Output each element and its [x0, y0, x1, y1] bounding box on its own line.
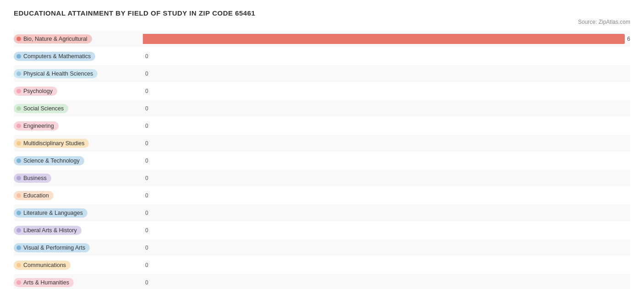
bar-track: 0 [143, 225, 630, 235]
bar-value-label: 0 [145, 88, 148, 94]
bar-value-label: 0 [145, 192, 148, 199]
bar-value-label: 0 [145, 123, 148, 129]
chart-title: EDUCATIONAL ATTAINMENT BY FIELD OF STUDY… [14, 9, 630, 17]
bar-value-label: 0 [145, 227, 148, 234]
bar-value-label: 0 [145, 262, 148, 268]
bar-track: 0 [143, 208, 630, 218]
source-credit: Source: ZipAtlas.com [14, 19, 630, 25]
bar-row: Engineering0 [14, 118, 630, 134]
bar-row: Physical & Health Sciences0 [14, 65, 630, 82]
bar-label-text: Social Sciences [23, 105, 64, 112]
bar-label-text: Communications [23, 262, 66, 268]
bar-value-label: 0 [145, 210, 148, 216]
bar-label-text: Psychology [23, 88, 53, 94]
bars-container: Bio, Nature & Agricultural6Computers & M… [14, 31, 630, 289]
bar-row: Arts & Humanities0 [14, 274, 630, 289]
bar-value-label: 0 [145, 279, 148, 286]
bar-label: Science & Technology [14, 156, 142, 165]
bar-label-text: Arts & Humanities [23, 279, 69, 286]
bar-label-text: Bio, Nature & Agricultural [23, 36, 87, 42]
bar-track: 6 [143, 34, 630, 44]
bar-track: 0 [143, 121, 630, 131]
bar-row: Social Sciences0 [14, 100, 630, 117]
bar-label: Literature & Languages [14, 208, 142, 218]
bar-track: 0 [143, 138, 630, 148]
bar-label-text: Multidisciplinary Studies [23, 140, 84, 147]
bar-value-label: 0 [145, 158, 148, 164]
bar-label-text: Science & Technology [23, 158, 80, 164]
bar-label: Social Sciences [14, 104, 142, 113]
bar-dot [16, 263, 21, 267]
bar-dot [16, 106, 21, 111]
bar-row: Business0 [14, 170, 630, 186]
bar-label: Multidisciplinary Studies [14, 139, 142, 148]
bar-label: Computers & Mathematics [14, 52, 142, 61]
bar-dot [16, 280, 21, 285]
bar-row: Multidisciplinary Studies0 [14, 135, 630, 152]
bar-row: Science & Technology0 [14, 153, 630, 169]
bar-dot [16, 158, 21, 163]
bar-dot [16, 193, 21, 198]
bar-label-text: Computers & Mathematics [23, 53, 91, 60]
bar-label: Education [14, 191, 142, 200]
bar-row: Communications0 [14, 257, 630, 273]
bar-dot [16, 89, 21, 93]
bar-label-text: Liberal Arts & History [23, 227, 77, 234]
bar-track: 0 [143, 86, 630, 96]
bar-fill [143, 34, 625, 44]
bar-row: Psychology0 [14, 83, 630, 99]
bar-row: Education0 [14, 187, 630, 204]
bar-track: 0 [143, 156, 630, 166]
bar-label: Communications [14, 261, 142, 270]
bar-track: 0 [143, 260, 630, 270]
bar-label-text: Engineering [23, 123, 54, 129]
chart-area: Bio, Nature & Agricultural6Computers & M… [14, 31, 630, 289]
bar-dot [16, 124, 21, 128]
bar-row: Computers & Mathematics0 [14, 48, 630, 65]
bar-label: Psychology [14, 87, 142, 96]
bar-value-label: 0 [145, 245, 148, 251]
bar-label-text: Literature & Languages [23, 210, 83, 216]
bar-track: 0 [143, 51, 630, 61]
bar-dot [16, 211, 21, 215]
bar-value-label: 0 [145, 175, 148, 181]
bar-track: 0 [143, 69, 630, 79]
bar-label: Bio, Nature & Agricultural [14, 34, 142, 44]
bar-dot [16, 176, 21, 180]
bar-value-label: 0 [145, 71, 148, 77]
bar-dot [16, 37, 21, 41]
bar-label: Liberal Arts & History [14, 226, 142, 235]
bar-dot [16, 141, 21, 146]
bar-dot [16, 71, 21, 76]
bar-value-label: 0 [145, 53, 148, 60]
bar-track: 0 [143, 104, 630, 114]
bar-label-text: Visual & Performing Arts [23, 245, 85, 251]
bar-label: Physical & Health Sciences [14, 69, 142, 78]
bar-value-label: 0 [145, 105, 148, 112]
bar-label: Visual & Performing Arts [14, 243, 142, 252]
bar-label-text: Education [23, 192, 49, 199]
bar-value-label: 0 [145, 140, 148, 147]
bar-row: Bio, Nature & Agricultural6 [14, 31, 630, 47]
bar-value-label: 6 [627, 36, 630, 42]
bar-label: Business [14, 174, 142, 183]
bar-label: Engineering [14, 121, 142, 131]
bar-label-text: Physical & Health Sciences [23, 71, 93, 77]
bar-dot [16, 245, 21, 250]
bar-track: 0 [143, 278, 630, 288]
bar-label: Arts & Humanities [14, 278, 142, 287]
bar-track: 0 [143, 243, 630, 253]
bar-row: Literature & Languages0 [14, 205, 630, 221]
bar-row: Visual & Performing Arts0 [14, 240, 630, 256]
bar-track: 0 [143, 191, 630, 201]
bar-row: Liberal Arts & History0 [14, 222, 630, 239]
bar-label-text: Business [23, 175, 47, 181]
bar-dot [16, 228, 21, 233]
bar-dot [16, 54, 21, 59]
bar-track: 0 [143, 173, 630, 183]
